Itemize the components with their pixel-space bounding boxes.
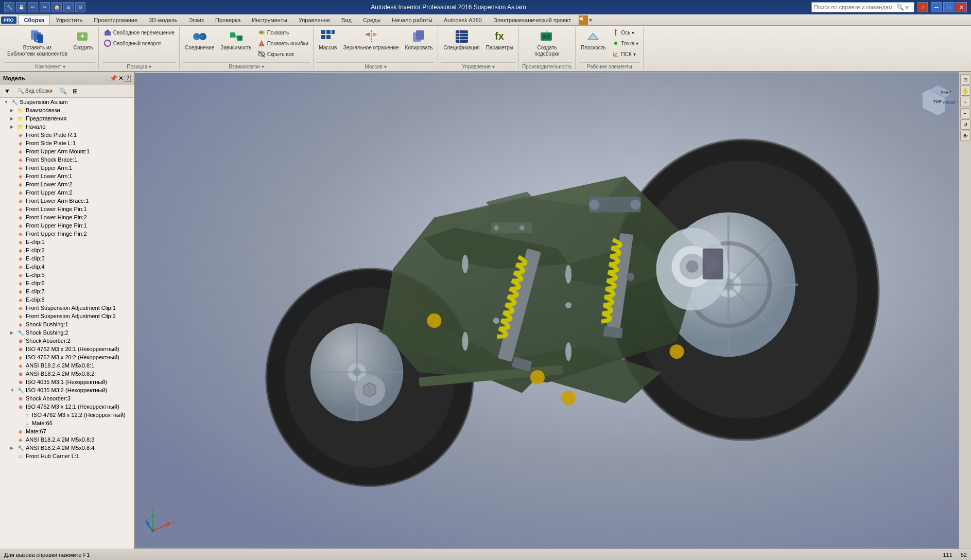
expand-shock2[interactable]: ▶ (10, 330, 16, 335)
tree-item-mate66[interactable]: ○ ISO 4762 M3 x 12:2 (Некорректный) (0, 411, 134, 419)
create-sub-button[interactable]: + Создатьподсборки (532, 27, 561, 58)
tree-item-part-6[interactable]: ◈ Front Lower Arm:2 (0, 180, 134, 188)
app-icon[interactable]: 🔧 (4, 2, 14, 12)
tree-item-sb1[interactable]: ◈ Front Suspension Adjustment Clip:2 (0, 312, 134, 320)
expand-all-icon[interactable]: ⊞ (70, 86, 80, 96)
params-button[interactable]: fx Параметры (484, 27, 515, 52)
search-tree-icon[interactable]: 🔍 (58, 86, 68, 96)
zoom-fit-button[interactable]: ⊡ (960, 74, 970, 84)
tree-item-workplane[interactable]: ▭ Front Hub Carrier L:1 (0, 452, 134, 460)
close-button[interactable]: ✕ (956, 2, 967, 12)
tree-item-part-11[interactable]: ◈ Front Upper Hinge Pin:1 (0, 221, 134, 230)
search-bar[interactable]: 🔍 ★ (811, 2, 914, 12)
copy-button[interactable]: Копировать (403, 27, 435, 52)
tree-item-shock2[interactable]: ▶ 🔧 Shock Bushing:2 (0, 328, 134, 337)
tab-env[interactable]: Среды (357, 15, 386, 25)
pan-button[interactable]: ✋ (960, 85, 970, 96)
minimize-button[interactable]: ─ (931, 2, 942, 12)
tree-item-constraints[interactable]: ▶ 📁 Взаимосвязи (0, 106, 134, 114)
tree-item-root[interactable]: ▼ 🔧 Suspension As.iam (0, 98, 134, 106)
help-icon[interactable]: ? (917, 2, 928, 12)
look-at-button[interactable]: 👁 (960, 131, 970, 141)
tree-item-ansi-1[interactable]: ◈ ISO 4762 M3 x 20:2 (Некорректный) (0, 353, 134, 361)
tree-item-views[interactable]: ▶ 📁 Представления (0, 114, 134, 122)
tree-item-part-2[interactable]: ◈ Front Upper Arm Mount:1 (0, 147, 134, 155)
tree-item-fsac1[interactable]: ◈ E-clip:8 (0, 295, 134, 304)
tree-item-eclip2[interactable]: ◈ E-clip:2 (0, 246, 134, 254)
expand-icon-origin[interactable]: ▶ (10, 125, 16, 129)
tree-item-fsac2[interactable]: ◈ Front Suspension Adjustment Clip:1 (0, 304, 134, 312)
panel-pin-icon[interactable]: 📌 (110, 75, 117, 82)
zoom-out-button[interactable]: − (960, 108, 970, 118)
tree-item-iso-4762-12-1[interactable]: ⊗ Shock Absorber:3 (0, 394, 134, 402)
expand-shock3[interactable]: ▼ (10, 388, 16, 393)
extra-icon1[interactable]: ◀ (579, 15, 588, 25)
expand-fronthub[interactable]: ▶ (10, 446, 16, 450)
tree-item-part-0[interactable]: ◈ Front Side Plate R:1 (0, 131, 134, 139)
tree-item-iso-4762-20-2[interactable]: ⊗ ISO 4762 M3 x 20:1 (Некорректный) (0, 345, 134, 353)
tree-item-iso-4762-20-1[interactable]: ⊗ Shock Absorber:2 (0, 337, 134, 345)
ucs-button[interactable]: ПСК ▾ (610, 49, 640, 59)
home-icon[interactable]: 🏠 (51, 2, 62, 12)
tree-item-eclip3[interactable]: ◈ E-clip:3 (0, 254, 134, 262)
tab-a360[interactable]: Autodesk A360 (438, 15, 488, 25)
tree-item-part-9[interactable]: ◈ Front Lower Hinge Pin:1 (0, 205, 134, 213)
tree-item-iso-4035-1[interactable]: ⊗ ANSI B18.2.4.2M M5x0.8:2 (0, 370, 134, 378)
settings-icon[interactable]: ⚙ (75, 2, 85, 12)
tree-item-ansi-4[interactable]: ◈ ANSI B18.2.4.2M M5x0.8:3 (0, 435, 134, 444)
axis-button[interactable]: Ось ▾ (610, 27, 640, 38)
save-icon[interactable]: 💾 (16, 2, 26, 12)
tree-item-part-12[interactable]: ◈ Front Upper Hinge Pin:2 (0, 230, 134, 238)
zoom-in-button[interactable]: + (960, 97, 970, 107)
point-button[interactable]: Точка ▾ (610, 38, 640, 48)
tree-item-eclip5[interactable]: ◈ E-clip:5 (0, 271, 134, 279)
tree-item-eclip7[interactable]: ◈ E-clip:7 (0, 287, 134, 295)
plane-button[interactable]: Плоскость (579, 27, 608, 52)
free-rotate-button[interactable]: Свободный поворот (102, 38, 176, 48)
tree-item-ansi-2[interactable]: ◈ ANSI B18.2.4.2M M5x0.8:1 (0, 361, 134, 370)
redo-icon[interactable]: ↪ (40, 2, 50, 12)
panel-help-icon[interactable]: ? (125, 75, 131, 82)
bom-button[interactable]: Спецификация (441, 27, 481, 52)
hide-all-button[interactable]: Скрыть все (256, 49, 310, 59)
view-cube[interactable]: TOP RIGHT FRONT (920, 82, 961, 124)
tree-item-iso-4035-2[interactable]: ⊗ ISO 4035 M3:1 (Некорректный) (0, 378, 134, 386)
tree-item-eclip6[interactable]: ◈ E-clip:6 (0, 279, 134, 287)
tree-item-part-5[interactable]: ◈ Front Lower Arm:1 (0, 172, 134, 180)
tab-tools[interactable]: Инструменты (246, 15, 293, 25)
tree-item-iso-4762-12-2[interactable]: ⊗ ISO 4762 M3 x 12:1 (Некорректный) (0, 402, 134, 411)
depend-button[interactable]: Зависимость (218, 27, 253, 52)
tree-item-mate67[interactable]: ○ Mate:66 (0, 419, 134, 427)
show-errors-button[interactable]: ! Показать ошибки (256, 38, 310, 48)
viewport[interactable]: TOP RIGHT FRONT X Y Z (135, 72, 971, 549)
free-move-button[interactable]: Свободное перемещение (102, 27, 176, 38)
tree-item-origin[interactable]: ▶ 📁 Начало (0, 122, 134, 131)
tab-check[interactable]: Проверка (210, 15, 246, 25)
tree-item-part-8[interactable]: ◈ Front Lower Arm Brace:1 (0, 197, 134, 205)
undo-icon[interactable]: ↩ (28, 2, 38, 12)
tab-start[interactable]: Начало работы (386, 15, 438, 25)
tree-item-part-7[interactable]: ◈ Front Upper Arm:2 (0, 188, 134, 197)
tree-item-part-4[interactable]: ◈ Front Upper Arm:1 (0, 164, 134, 172)
tree-item-ansi-3[interactable]: ◈ Mate:67 (0, 427, 134, 435)
tab-design[interactable]: Проектирование (88, 15, 143, 25)
insert-from-library-button[interactable]: + Вставить изБиблиотеки компонентов (5, 27, 70, 58)
nav-icon[interactable]: ⊞ (63, 2, 74, 12)
array-button[interactable]: Массив (317, 27, 339, 52)
tree-item-shock3[interactable]: ▼ 🔧 ISO 4035 M3:2 (Некорректный) (0, 386, 134, 394)
search-icon[interactable]: 🔍 (896, 4, 904, 11)
extra-icon2[interactable]: ▾ (589, 16, 592, 24)
show-button[interactable]: Показать (256, 27, 310, 38)
expand-icon-constraints[interactable]: ▶ (10, 108, 16, 113)
mirror-button[interactable]: Зеркальное отражение (341, 27, 401, 52)
tree-item-eclip4[interactable]: ◈ E-clip:4 (0, 262, 134, 271)
tab-simplify[interactable]: Упростить (50, 15, 88, 25)
star-icon[interactable]: ★ (904, 4, 910, 11)
tab-assembly[interactable]: Сборка (19, 15, 50, 25)
tree-item-part-3[interactable]: ◈ Front Shock Brace:1 (0, 155, 134, 164)
tree-item-eclip1[interactable]: ◈ E-clip:1 (0, 238, 134, 246)
tab-view[interactable]: Вид (336, 15, 357, 25)
filter-icon[interactable]: ▼ (2, 86, 12, 96)
tab-manage[interactable]: Управление (293, 15, 336, 25)
tree-item-part-1[interactable]: ◈ Front Side Plate L:1 (0, 139, 134, 147)
